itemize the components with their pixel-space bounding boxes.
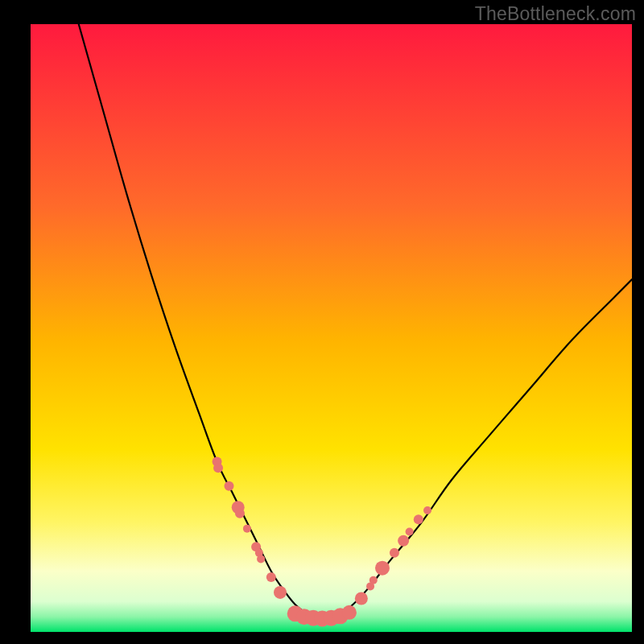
marker-point (342, 605, 357, 620)
watermark-text: TheBottleneck.com (475, 3, 636, 25)
plot-svg (31, 24, 632, 632)
marker-point (257, 555, 265, 563)
marker-point (406, 527, 414, 535)
marker-point (390, 548, 399, 558)
marker-point (414, 514, 423, 524)
plot-area (31, 24, 632, 632)
marker-point (274, 586, 287, 599)
marker-point (423, 506, 431, 514)
marker-point (225, 481, 234, 491)
marker-point (235, 509, 245, 518)
marker-point (355, 592, 368, 605)
marker-point (375, 561, 390, 576)
marker-point (398, 535, 409, 547)
gradient-background (31, 24, 632, 632)
marker-point (369, 576, 378, 584)
marker-point (266, 572, 276, 582)
chart-frame: TheBottleneck.com (0, 0, 644, 644)
marker-point (243, 525, 251, 533)
marker-point (213, 463, 223, 473)
